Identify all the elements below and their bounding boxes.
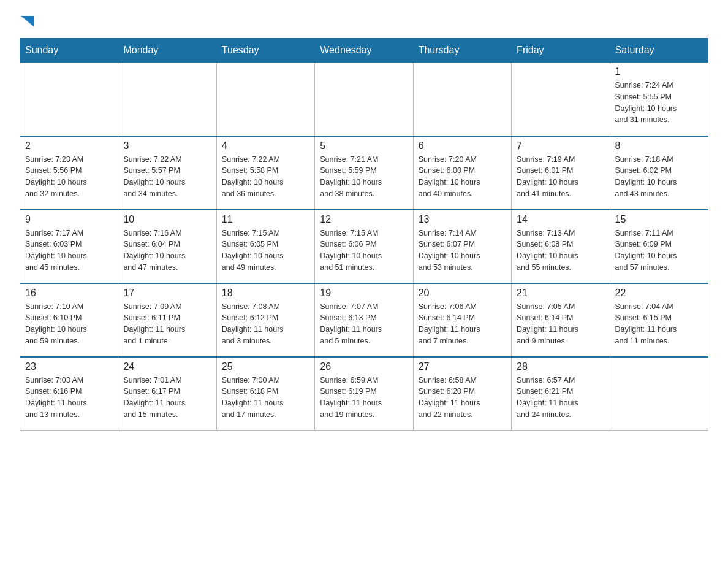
day-info: Sunrise: 7:00 AM Sunset: 6:18 PM Dayligh… (222, 375, 309, 421)
day-number: 23 (25, 361, 113, 372)
calendar-cell: 14Sunrise: 7:13 AM Sunset: 6:08 PM Dayli… (512, 210, 610, 283)
calendar-cell: 19Sunrise: 7:07 AM Sunset: 6:13 PM Dayli… (315, 283, 413, 357)
calendar-cell: 15Sunrise: 7:11 AM Sunset: 6:09 PM Dayli… (610, 210, 708, 283)
calendar-week-row: 2Sunrise: 7:23 AM Sunset: 5:56 PM Daylig… (20, 136, 708, 210)
day-number: 26 (320, 361, 408, 372)
calendar-cell (413, 63, 511, 136)
day-info: Sunrise: 7:18 AM Sunset: 6:02 PM Dayligh… (615, 154, 703, 200)
day-number: 17 (123, 288, 211, 299)
calendar-week-row: 16Sunrise: 7:10 AM Sunset: 6:10 PM Dayli… (20, 283, 708, 357)
day-number: 27 (419, 361, 506, 372)
calendar-cell: 9Sunrise: 7:17 AM Sunset: 6:03 PM Daylig… (20, 210, 118, 283)
day-number: 12 (320, 214, 408, 225)
day-info: Sunrise: 7:13 AM Sunset: 6:08 PM Dayligh… (517, 228, 604, 274)
calendar-cell: 25Sunrise: 7:00 AM Sunset: 6:18 PM Dayli… (216, 357, 314, 431)
calendar-cell: 16Sunrise: 7:10 AM Sunset: 6:10 PM Dayli… (20, 283, 118, 357)
calendar-cell: 13Sunrise: 7:14 AM Sunset: 6:07 PM Dayli… (413, 210, 511, 283)
calendar-cell: 23Sunrise: 7:03 AM Sunset: 6:16 PM Dayli… (20, 357, 118, 431)
day-number: 10 (123, 214, 211, 225)
day-number: 24 (123, 361, 211, 372)
page-header (20, 15, 708, 27)
calendar-cell: 24Sunrise: 7:01 AM Sunset: 6:17 PM Dayli… (118, 357, 216, 431)
weekday-header-monday: Monday (118, 39, 216, 63)
day-info: Sunrise: 7:03 AM Sunset: 6:16 PM Dayligh… (25, 375, 113, 421)
calendar-cell: 26Sunrise: 6:59 AM Sunset: 6:19 PM Dayli… (315, 357, 413, 431)
calendar-cell (610, 357, 708, 431)
calendar-cell: 20Sunrise: 7:06 AM Sunset: 6:14 PM Dayli… (413, 283, 511, 357)
weekday-header-thursday: Thursday (413, 39, 511, 63)
day-info: Sunrise: 7:15 AM Sunset: 6:06 PM Dayligh… (320, 228, 408, 274)
day-info: Sunrise: 7:05 AM Sunset: 6:14 PM Dayligh… (517, 301, 604, 347)
day-number: 14 (517, 214, 604, 225)
day-number: 18 (222, 288, 309, 299)
day-info: Sunrise: 7:16 AM Sunset: 6:04 PM Dayligh… (123, 228, 211, 274)
day-number: 28 (517, 361, 604, 372)
day-info: Sunrise: 7:01 AM Sunset: 6:17 PM Dayligh… (123, 375, 211, 421)
day-number: 5 (320, 140, 408, 151)
svg-marker-0 (21, 16, 34, 27)
calendar-cell: 3Sunrise: 7:22 AM Sunset: 5:57 PM Daylig… (118, 136, 216, 210)
day-info: Sunrise: 7:17 AM Sunset: 6:03 PM Dayligh… (25, 228, 113, 274)
weekday-header-sunday: Sunday (20, 39, 118, 63)
weekday-header-wednesday: Wednesday (315, 39, 413, 63)
day-number: 8 (615, 140, 703, 151)
calendar-cell (512, 63, 610, 136)
day-info: Sunrise: 7:07 AM Sunset: 6:13 PM Dayligh… (320, 301, 408, 347)
day-number: 7 (517, 140, 604, 151)
day-info: Sunrise: 7:22 AM Sunset: 5:58 PM Dayligh… (222, 154, 309, 200)
calendar-week-row: 1Sunrise: 7:24 AM Sunset: 5:55 PM Daylig… (20, 63, 708, 136)
calendar-cell: 4Sunrise: 7:22 AM Sunset: 5:58 PM Daylig… (216, 136, 314, 210)
weekday-header-friday: Friday (512, 39, 610, 63)
logo-triangle-icon (21, 16, 34, 27)
day-info: Sunrise: 7:19 AM Sunset: 6:01 PM Dayligh… (517, 154, 604, 200)
calendar-cell: 11Sunrise: 7:15 AM Sunset: 6:05 PM Dayli… (216, 210, 314, 283)
calendar-week-row: 9Sunrise: 7:17 AM Sunset: 6:03 PM Daylig… (20, 210, 708, 283)
calendar-cell: 7Sunrise: 7:19 AM Sunset: 6:01 PM Daylig… (512, 136, 610, 210)
calendar-table: SundayMondayTuesdayWednesdayThursdayFrid… (20, 38, 708, 431)
day-info: Sunrise: 7:15 AM Sunset: 6:05 PM Dayligh… (222, 228, 309, 274)
calendar-cell: 2Sunrise: 7:23 AM Sunset: 5:56 PM Daylig… (20, 136, 118, 210)
day-info: Sunrise: 7:22 AM Sunset: 5:57 PM Dayligh… (123, 154, 211, 200)
day-info: Sunrise: 6:59 AM Sunset: 6:19 PM Dayligh… (320, 375, 408, 421)
day-number: 20 (419, 288, 506, 299)
calendar-cell: 18Sunrise: 7:08 AM Sunset: 6:12 PM Dayli… (216, 283, 314, 357)
day-info: Sunrise: 6:57 AM Sunset: 6:21 PM Dayligh… (517, 375, 604, 421)
day-info: Sunrise: 7:06 AM Sunset: 6:14 PM Dayligh… (419, 301, 506, 347)
calendar-cell: 10Sunrise: 7:16 AM Sunset: 6:04 PM Dayli… (118, 210, 216, 283)
day-number: 3 (123, 140, 211, 151)
calendar-cell (118, 63, 216, 136)
day-number: 1 (615, 66, 703, 77)
day-info: Sunrise: 7:08 AM Sunset: 6:12 PM Dayligh… (222, 301, 309, 347)
day-info: Sunrise: 7:10 AM Sunset: 6:10 PM Dayligh… (25, 301, 113, 347)
logo (20, 15, 34, 27)
day-number: 15 (615, 214, 703, 225)
calendar-cell: 1Sunrise: 7:24 AM Sunset: 5:55 PM Daylig… (610, 63, 708, 136)
day-info: Sunrise: 7:09 AM Sunset: 6:11 PM Dayligh… (123, 301, 211, 347)
day-info: Sunrise: 7:04 AM Sunset: 6:15 PM Dayligh… (615, 301, 703, 347)
calendar-cell (315, 63, 413, 136)
calendar-cell: 22Sunrise: 7:04 AM Sunset: 6:15 PM Dayli… (610, 283, 708, 357)
calendar-cell: 12Sunrise: 7:15 AM Sunset: 6:06 PM Dayli… (315, 210, 413, 283)
day-number: 19 (320, 288, 408, 299)
calendar-cell: 17Sunrise: 7:09 AM Sunset: 6:11 PM Dayli… (118, 283, 216, 357)
weekday-header-saturday: Saturday (610, 39, 708, 63)
day-number: 13 (419, 214, 506, 225)
day-number: 11 (222, 214, 309, 225)
calendar-cell: 5Sunrise: 7:21 AM Sunset: 5:59 PM Daylig… (315, 136, 413, 210)
day-info: Sunrise: 7:14 AM Sunset: 6:07 PM Dayligh… (419, 228, 506, 274)
day-info: Sunrise: 7:11 AM Sunset: 6:09 PM Dayligh… (615, 228, 703, 274)
day-number: 4 (222, 140, 309, 151)
calendar-header-row: SundayMondayTuesdayWednesdayThursdayFrid… (20, 39, 708, 63)
day-number: 16 (25, 288, 113, 299)
day-number: 6 (419, 140, 506, 151)
calendar-cell: 27Sunrise: 6:58 AM Sunset: 6:20 PM Dayli… (413, 357, 511, 431)
day-number: 22 (615, 288, 703, 299)
calendar-cell: 8Sunrise: 7:18 AM Sunset: 6:02 PM Daylig… (610, 136, 708, 210)
day-info: Sunrise: 7:23 AM Sunset: 5:56 PM Dayligh… (25, 154, 113, 200)
day-info: Sunrise: 7:24 AM Sunset: 5:55 PM Dayligh… (615, 80, 703, 126)
calendar-cell: 28Sunrise: 6:57 AM Sunset: 6:21 PM Dayli… (512, 357, 610, 431)
calendar-week-row: 23Sunrise: 7:03 AM Sunset: 6:16 PM Dayli… (20, 357, 708, 431)
day-info: Sunrise: 7:21 AM Sunset: 5:59 PM Dayligh… (320, 154, 408, 200)
day-number: 25 (222, 361, 309, 372)
weekday-header-tuesday: Tuesday (216, 39, 314, 63)
